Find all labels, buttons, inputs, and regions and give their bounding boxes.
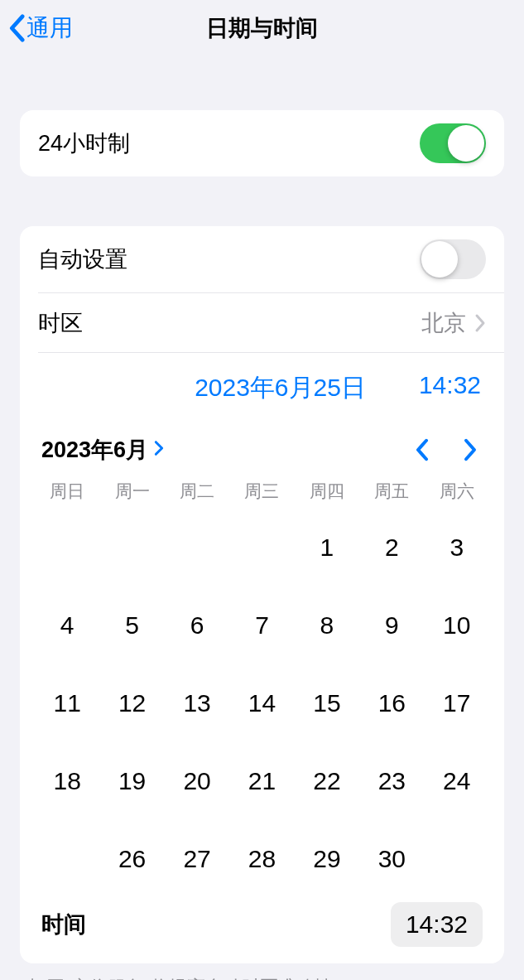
month-picker-button[interactable]: 2023年6月: [41, 435, 165, 465]
day-cell[interactable]: 21: [229, 758, 294, 804]
page-title: 日期与时间: [0, 13, 524, 43]
group-24h: 24小时制: [20, 110, 504, 176]
switch-knob: [448, 125, 484, 162]
day-cell[interactable]: 13: [165, 680, 229, 727]
days-grid: 1234567891011121314151617181920212223242…: [35, 509, 489, 897]
day-cell[interactable]: 4: [35, 602, 99, 649]
day-cell[interactable]: 12: [99, 680, 164, 727]
selected-date[interactable]: 2023年6月25日: [195, 371, 366, 405]
row-timezone-label: 时区: [38, 308, 83, 338]
day-cell[interactable]: 19: [99, 758, 164, 804]
day-empty: [165, 524, 229, 571]
day-cell[interactable]: 22: [295, 758, 359, 804]
day-cell[interactable]: 7: [229, 602, 294, 649]
day-cell[interactable]: 1: [295, 524, 359, 571]
day-cell[interactable]: 9: [359, 602, 424, 649]
row-timezone[interactable]: 时区 北京: [38, 292, 504, 352]
chevron-right-icon: [474, 313, 486, 333]
weekday-label: 周一: [99, 480, 164, 503]
day-cell[interactable]: 3: [425, 524, 489, 571]
day-cell[interactable]: 16: [359, 680, 424, 727]
calendar: 2023年6月 周日周一周二周三周四周五周六 12345678910111213…: [20, 423, 504, 963]
day-cell[interactable]: 2: [359, 524, 424, 571]
month-nav: [415, 437, 483, 462]
row-24h: 24小时制: [20, 110, 504, 176]
selected-time[interactable]: 14:32: [419, 371, 481, 405]
weekday-label: 周六: [425, 480, 489, 503]
day-cell[interactable]: 29: [295, 836, 359, 882]
day-cell[interactable]: 23: [359, 758, 424, 804]
back-label: 通用: [26, 12, 73, 44]
day-cell[interactable]: 18: [35, 758, 99, 804]
row-24h-label: 24小时制: [38, 128, 130, 158]
row-timezone-right: 北京: [421, 308, 486, 338]
time-label: 时间: [41, 910, 86, 939]
weekday-label: 周二: [165, 480, 229, 503]
weekday-label: 周三: [229, 480, 294, 503]
weekday-label: 周五: [359, 480, 424, 503]
weekday-label: 周日: [35, 480, 99, 503]
row-auto-set: 自动设置: [20, 226, 504, 292]
switch-auto-set[interactable]: [420, 239, 486, 279]
prev-month-button[interactable]: [415, 437, 430, 462]
calendar-header: 2023年6月: [35, 432, 489, 480]
day-cell[interactable]: 10: [425, 602, 489, 649]
header: 通用 日期与时间: [0, 0, 524, 56]
chevron-right-icon: [153, 437, 165, 463]
day-cell[interactable]: 17: [425, 680, 489, 727]
footer-note: 打开"定位服务"将提高自动时区准确性。: [0, 963, 524, 980]
row-auto-set-label: 自动设置: [38, 244, 127, 274]
day-cell[interactable]: 14: [229, 680, 294, 727]
day-cell[interactable]: 24: [425, 758, 489, 804]
next-month-button[interactable]: [463, 437, 478, 462]
day-empty: [229, 524, 294, 571]
weekday-row: 周日周一周二周三周四周五周六: [35, 480, 489, 509]
day-cell[interactable]: 6: [165, 602, 229, 649]
switch-24h[interactable]: [420, 123, 486, 163]
switch-knob: [421, 241, 458, 278]
back-button[interactable]: 通用: [0, 12, 73, 44]
day-cell[interactable]: 11: [35, 680, 99, 727]
day-empty: [99, 524, 164, 571]
time-picker-button[interactable]: 14:32: [391, 902, 483, 947]
time-row: 时间 14:32: [35, 897, 489, 949]
month-label: 2023年6月: [41, 435, 148, 465]
day-cell[interactable]: 26: [99, 836, 164, 882]
timezone-value: 北京: [421, 308, 466, 338]
weekday-label: 周四: [295, 480, 359, 503]
day-cell[interactable]: 28: [229, 836, 294, 882]
day-cell[interactable]: 15: [295, 680, 359, 727]
group-datetime: 自动设置 时区 北京 2023年6月25日 14:32 2023年6月: [20, 226, 504, 963]
day-cell[interactable]: 20: [165, 758, 229, 804]
day-cell[interactable]: 25: [35, 836, 99, 882]
chevron-left-icon: [8, 14, 25, 42]
day-cell[interactable]: 30: [359, 836, 424, 882]
day-cell[interactable]: 27: [165, 836, 229, 882]
row-selected-datetime: 2023年6月25日 14:32: [38, 352, 504, 423]
day-empty: [35, 524, 99, 571]
day-cell[interactable]: 5: [99, 602, 164, 649]
day-cell[interactable]: 8: [295, 602, 359, 649]
